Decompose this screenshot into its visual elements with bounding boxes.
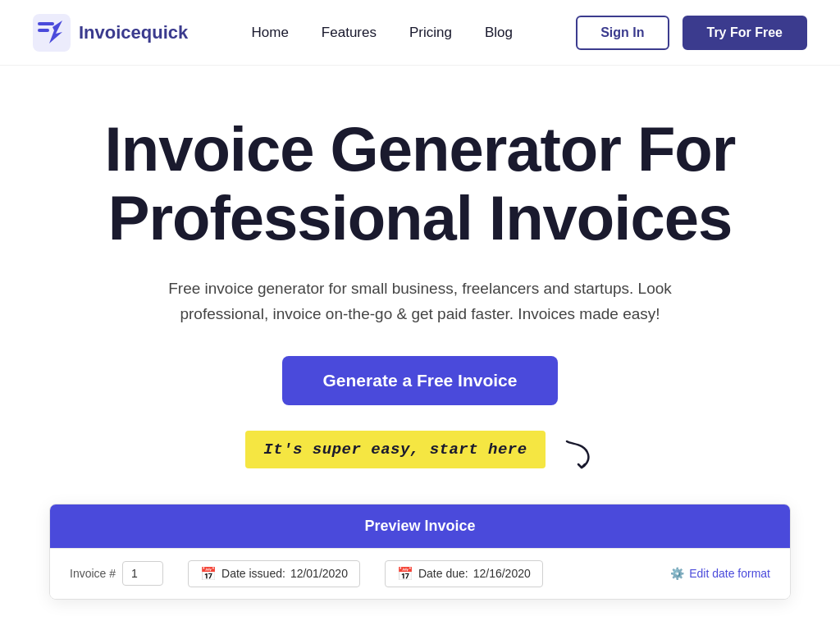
invoice-fields-row: Invoice # 📅 Date issued: 12/01/2020 📅 Da…	[50, 548, 790, 599]
hero-title: Invoice Generator For Professional Invoi…	[33, 115, 807, 252]
arrow-icon	[560, 436, 595, 471]
generate-invoice-button[interactable]: Generate a Free Invoice	[282, 356, 559, 405]
logo-text: Invoicequick	[79, 22, 188, 43]
invoice-preview-section: Preview Invoice Invoice # 📅 Date issued:…	[49, 504, 791, 600]
handwritten-area: It's super easy, start here	[33, 428, 807, 471]
gear-icon: ⚙️	[670, 567, 684, 580]
hero-section: Invoice Generator For Professional Invoi…	[0, 66, 840, 495]
preview-bar[interactable]: Preview Invoice	[50, 504, 790, 548]
handwritten-note: It's super easy, start here	[245, 431, 545, 468]
nav-actions: Sign In Try For Free	[576, 16, 807, 50]
nav-home[interactable]: Home	[252, 25, 289, 40]
try-for-free-button[interactable]: Try For Free	[682, 16, 807, 50]
svg-rect-1	[38, 22, 54, 25]
invoice-number-group: Invoice #	[70, 561, 163, 586]
logo[interactable]: Invoicequick	[33, 14, 188, 52]
hero-subtitle: Free invoice generator for small busines…	[158, 276, 682, 326]
nav-features[interactable]: Features	[322, 25, 377, 40]
navbar: Invoicequick Home Features Pricing Blog …	[0, 0, 840, 66]
date-issued-value: 12/01/2020	[290, 567, 348, 580]
calendar-icon: 📅	[200, 566, 217, 582]
date-issued-group[interactable]: 📅 Date issued: 12/01/2020	[188, 560, 360, 587]
svg-rect-2	[38, 29, 49, 32]
logo-icon	[33, 14, 71, 52]
date-due-label: Date due:	[418, 567, 468, 580]
nav-blog[interactable]: Blog	[485, 25, 513, 40]
edit-date-format-label: Edit date format	[689, 567, 770, 580]
invoice-number-label: Invoice #	[70, 567, 116, 580]
preview-bar-label: Preview Invoice	[364, 518, 475, 534]
nav-links: Home Features Pricing Blog	[252, 25, 513, 41]
signin-button[interactable]: Sign In	[576, 16, 669, 50]
invoice-number-input[interactable]	[122, 561, 163, 586]
nav-pricing[interactable]: Pricing	[409, 25, 452, 40]
date-issued-label: Date issued:	[221, 567, 285, 580]
calendar-due-icon: 📅	[397, 566, 413, 582]
date-due-group[interactable]: 📅 Date due: 12/16/2020	[385, 560, 543, 587]
edit-date-format-link[interactable]: ⚙️ Edit date format	[670, 567, 770, 580]
date-due-value: 12/16/2020	[473, 567, 531, 580]
svg-rect-0	[33, 14, 71, 52]
